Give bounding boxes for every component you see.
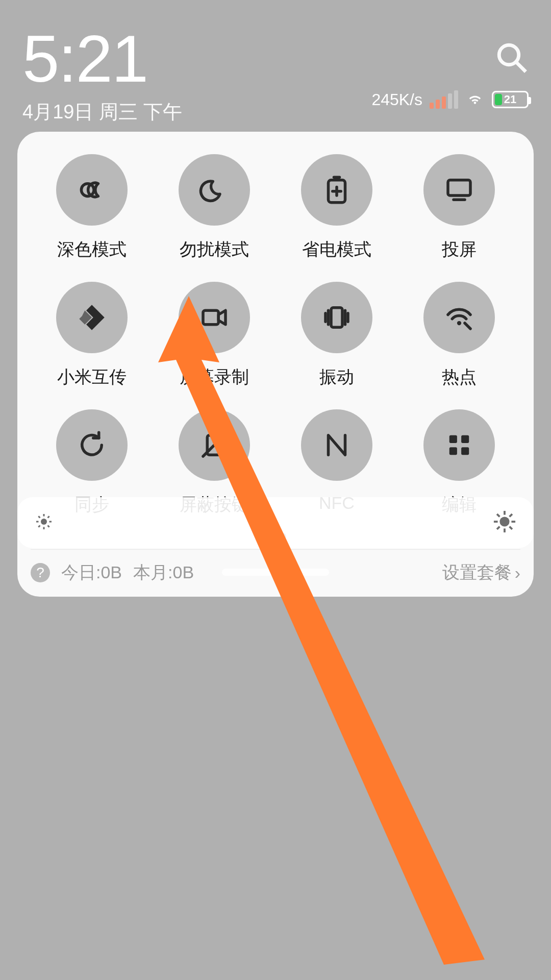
brightness-slider[interactable] (17, 497, 534, 548)
clock-time: 5:21 (22, 26, 529, 92)
svg-rect-20 (449, 435, 457, 443)
cast-icon (423, 154, 495, 226)
tile-label: 投屏 (442, 238, 477, 261)
svg-point-0 (499, 45, 519, 65)
svg-line-30 (48, 526, 49, 527)
data-usage-row[interactable]: ? 今日:0B 本月:0B 设置套餐› (31, 549, 520, 584)
tile-label: 深色模式 (57, 238, 127, 261)
svg-rect-23 (461, 447, 469, 455)
wifi-icon (465, 88, 485, 111)
tile-vibrate[interactable]: 振动 (276, 282, 398, 389)
control-center-header: 5:21 4月19日 周三 下午 245K/s 21 (0, 0, 551, 125)
tile-label: 省电模式 (302, 238, 371, 261)
svg-rect-21 (461, 435, 469, 443)
svg-marker-10 (218, 310, 226, 325)
vibrate-icon (301, 282, 372, 353)
battery-level: 21 (493, 93, 527, 106)
tile-label: 屏幕录制 (180, 365, 249, 389)
svg-rect-7 (448, 180, 470, 195)
svg-line-1 (517, 63, 526, 72)
status-bar-right: 245K/s 21 (371, 88, 529, 111)
battery-plus-icon (301, 154, 372, 226)
search-icon[interactable] (495, 41, 529, 75)
svg-line-17 (465, 323, 470, 329)
video-icon (179, 282, 250, 353)
tile-label: 振动 (319, 365, 354, 389)
dark-mode-icon (56, 154, 128, 226)
network-speed: 245K/s (371, 90, 422, 109)
svg-line-40 (497, 527, 499, 529)
data-usage-month: 本月:0B (133, 561, 194, 584)
hotspot-icon (423, 282, 495, 353)
svg-line-41 (510, 514, 512, 517)
svg-line-38 (497, 514, 499, 517)
edit-grid-icon (423, 409, 495, 481)
svg-rect-22 (449, 447, 457, 455)
tile-dnd[interactable]: 勿扰模式 (153, 154, 276, 261)
svg-rect-11 (331, 308, 342, 328)
tile-label: 热点 (442, 365, 477, 389)
tile-label: 小米互传 (57, 365, 127, 389)
tile-battery-saver[interactable]: 省电模式 (276, 154, 398, 261)
svg-line-39 (510, 527, 512, 529)
panel-drag-handle[interactable] (222, 569, 329, 576)
nfc-icon (301, 409, 372, 481)
brightness-low-icon (35, 512, 53, 533)
tile-dark-mode[interactable]: 深色模式 (31, 154, 153, 261)
battery-indicator: 21 (492, 91, 529, 108)
svg-point-33 (499, 517, 509, 526)
svg-rect-9 (203, 310, 218, 325)
sync-icon (56, 409, 128, 481)
svg-point-16 (457, 321, 461, 325)
svg-line-31 (38, 526, 40, 527)
mi-share-icon (56, 282, 128, 353)
set-plan-link[interactable]: 设置套餐› (442, 561, 520, 584)
cellular-signal-icon (430, 90, 458, 109)
tile-mi-share[interactable]: 小米互传 (31, 282, 153, 389)
svg-line-32 (48, 516, 49, 518)
tile-cast[interactable]: 投屏 (398, 154, 520, 261)
svg-point-24 (41, 519, 47, 525)
help-icon: ? (31, 563, 50, 582)
tile-label: 勿扰模式 (180, 238, 249, 261)
tile-screen-record[interactable]: 屏幕录制 (153, 282, 276, 389)
block-keys-icon (179, 409, 250, 481)
moon-icon (179, 154, 250, 226)
data-usage-today: 今日:0B (61, 561, 122, 584)
brightness-high-icon (493, 510, 516, 535)
tile-hotspot[interactable]: 热点 (398, 282, 520, 389)
svg-line-29 (38, 516, 40, 518)
